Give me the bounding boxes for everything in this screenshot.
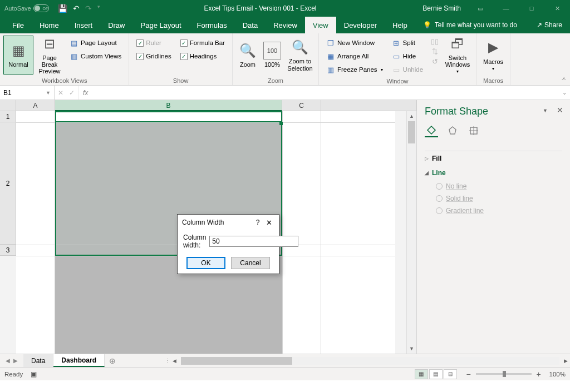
row-header-3[interactable]: 3 [0, 245, 16, 256]
formula-bar-row: B1 ▼ ✕ ✓ fx ⌄ [0, 86, 570, 100]
sync-scroll-icon[interactable]: ⇅ [430, 47, 439, 56]
tab-help[interactable]: Help [385, 17, 415, 33]
formula-bar-checkbox[interactable]: ✓Formula Bar [179, 37, 227, 49]
switch-windows-button[interactable]: 🗗Switch Windows▾ [443, 36, 473, 75]
tab-data[interactable]: Data [235, 17, 266, 33]
vertical-scrollbar[interactable]: ▲ ▼ [406, 111, 416, 354]
sheet-tab-dashboard[interactable]: Dashboard [53, 354, 105, 367]
scroll-down-icon[interactable]: ▼ [407, 344, 416, 354]
zoom-track[interactable] [476, 373, 532, 375]
arrange-all-button[interactable]: ▦Arrange All [325, 50, 385, 62]
add-sheet-icon[interactable]: ⊕ [105, 354, 120, 367]
tab-split-handle[interactable]: ⋮ [165, 358, 170, 364]
row-header-2[interactable]: 2 [0, 122, 16, 245]
formula-input[interactable] [92, 86, 559, 100]
page-break-shortcut[interactable]: ⊟ [444, 369, 457, 379]
zoom-selection-button[interactable]: 🔍Zoom to Selection [285, 36, 315, 75]
close-icon[interactable]: ✕ [544, 0, 570, 17]
row-header-1[interactable]: 1 [0, 111, 16, 122]
zoom-out-icon[interactable]: − [465, 370, 473, 379]
tab-review[interactable]: Review [266, 17, 305, 33]
line-section[interactable]: ◢Line [425, 166, 562, 180]
tell-me-search[interactable]: 💡 Tell me what you want to do [415, 17, 525, 33]
ribbon-display-icon[interactable]: ▭ [468, 0, 493, 17]
hide-button[interactable]: ▭Hide [390, 50, 425, 62]
tab-developer[interactable]: Developer [336, 17, 385, 33]
zoom-100-button[interactable]: 100100% [261, 36, 284, 75]
no-line-radio[interactable]: No line [436, 180, 562, 192]
tab-file[interactable]: File [4, 17, 32, 33]
column-width-input[interactable] [209, 236, 298, 247]
user-name[interactable]: Bernie Smith [416, 4, 468, 12]
name-box[interactable]: B1 ▼ [0, 86, 55, 100]
headings-checkbox[interactable]: ✓Headings [179, 50, 227, 62]
normal-view-button[interactable]: ▦ Normal [3, 36, 33, 75]
cancel-formula-icon[interactable]: ✕ [58, 89, 63, 97]
qat-dropdown-icon[interactable]: ▾ [97, 4, 100, 13]
reset-window-icon[interactable]: ↺ [430, 57, 439, 66]
save-icon[interactable]: 💾 [58, 4, 67, 13]
tab-draw[interactable]: Draw [100, 17, 132, 33]
split-button[interactable]: ⊞Split [390, 37, 425, 49]
view-side-by-side-icon[interactable]: ▯▯ [430, 37, 439, 46]
solid-line-radio[interactable]: Solid line [436, 192, 562, 205]
close-pane-icon[interactable]: ✕ [557, 106, 563, 115]
macros-button[interactable]: ▶Macros▾ [480, 36, 507, 75]
column-header-c[interactable]: C [282, 100, 321, 111]
zoom-level[interactable]: 100% [549, 371, 566, 378]
horizontal-scrollbar[interactable]: ⋮ ◀ ▶ [165, 354, 570, 367]
redo-icon[interactable]: ↷ [85, 4, 92, 13]
gradient-line-radio[interactable]: Gradient line [436, 205, 562, 217]
scroll-left-icon[interactable]: ◀ [170, 358, 179, 364]
ok-button[interactable]: OK [186, 257, 225, 269]
dialog-close-icon[interactable]: ✕ [263, 219, 274, 227]
minimize-icon[interactable]: — [493, 0, 519, 17]
dialog-help-icon[interactable]: ? [252, 219, 263, 226]
page-break-preview-button[interactable]: ⊟ Page Break Preview [35, 36, 65, 75]
zoom-thumb[interactable] [503, 371, 506, 377]
scroll-thumb[interactable] [408, 121, 415, 143]
column-header-a[interactable]: A [16, 100, 55, 111]
gridlines-checkbox[interactable]: ✓Gridlines [135, 50, 173, 62]
freeze-panes-button[interactable]: ▥Freeze Panes▾ [325, 63, 385, 76]
dialog-titlebar[interactable]: Column Width ? ✕ [178, 215, 279, 230]
tab-page-layout[interactable]: Page Layout [133, 17, 189, 33]
size-tab-icon[interactable] [467, 124, 480, 137]
autosave-switch[interactable]: Off [33, 4, 49, 12]
autosave-toggle[interactable]: AutoSave Off [0, 4, 53, 12]
select-all-corner[interactable] [0, 100, 16, 111]
tab-home[interactable]: Home [32, 17, 67, 33]
expand-formula-bar-icon[interactable]: ⌄ [559, 86, 570, 100]
zoom-button[interactable]: 🔍Zoom [236, 36, 259, 75]
maximize-icon[interactable]: □ [519, 0, 544, 17]
cancel-button[interactable]: Cancel [231, 257, 270, 269]
macro-record-icon[interactable]: ▣ [31, 370, 37, 378]
page-layout-button[interactable]: ▤Page Layout [68, 37, 123, 49]
custom-views-button[interactable]: ▥Custom Views [68, 50, 123, 62]
scroll-right-icon[interactable]: ▶ [562, 358, 570, 364]
column-header-b[interactable]: B [55, 100, 282, 111]
unhide-icon: ▭ [392, 65, 401, 74]
normal-view-shortcut[interactable]: ▦ [415, 369, 428, 379]
tab-nav-next-icon[interactable]: ▶ [13, 358, 18, 364]
collapse-ribbon-icon[interactable]: ㅅ [561, 75, 567, 83]
fx-icon[interactable]: fx [78, 86, 92, 100]
tab-formulas[interactable]: Formulas [189, 17, 235, 33]
zoom-in-icon[interactable]: + [535, 370, 543, 379]
tab-insert[interactable]: Insert [67, 17, 101, 33]
effects-tab-icon[interactable] [446, 124, 459, 137]
pane-options-icon[interactable]: ▼ [543, 108, 548, 113]
share-button[interactable]: ↗ Share [529, 17, 570, 33]
undo-icon[interactable]: ↶ [73, 4, 80, 13]
page-layout-shortcut[interactable]: ▤ [429, 369, 443, 379]
scroll-up-icon[interactable]: ▲ [407, 111, 416, 121]
new-window-button[interactable]: ❐New Window [325, 37, 385, 49]
tab-view[interactable]: View [305, 17, 336, 33]
fill-line-tab-icon[interactable] [425, 124, 438, 137]
scroll-thumb[interactable] [181, 357, 292, 365]
fill-section[interactable]: ▷Fill [425, 151, 562, 166]
chevron-down-icon[interactable]: ▼ [46, 90, 51, 96]
enter-formula-icon[interactable]: ✓ [69, 89, 75, 97]
sheet-tab-data[interactable]: Data [23, 354, 53, 367]
tab-nav-prev-icon[interactable]: ◀ [6, 358, 10, 364]
